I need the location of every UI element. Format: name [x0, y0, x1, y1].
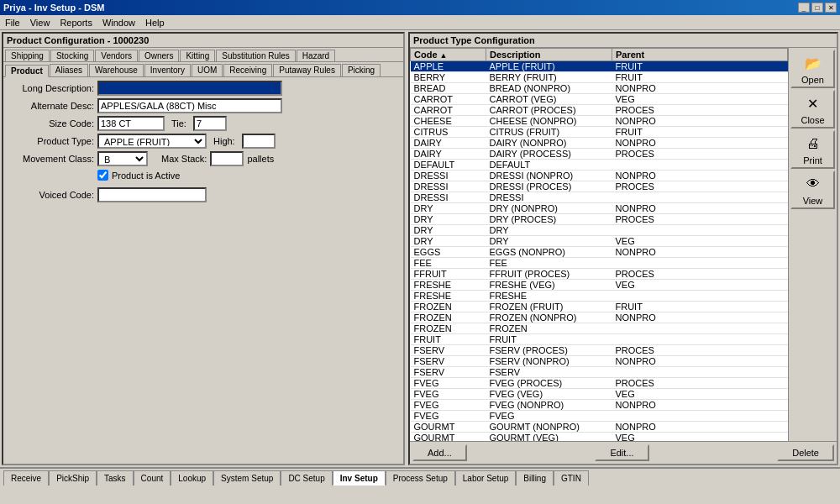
table-row[interactable]: CARROT CARROT (PROCES) PROCES: [411, 105, 788, 116]
cell-parent: [612, 192, 788, 203]
table-row[interactable]: FVEG FVEG: [411, 411, 788, 422]
table-row[interactable]: FROZEN FROZEN (NONPRO) NONPRO: [411, 312, 788, 323]
table-row[interactable]: FVEG FVEG (NONPRO) NONPRO: [411, 400, 788, 411]
table-row[interactable]: BERRY BERRY (FRUIT) FRUIT: [411, 72, 788, 83]
size-code-input[interactable]: [97, 116, 165, 131]
table-row[interactable]: FFRUIT FFRUIT (PROCES) PROCES: [411, 269, 788, 280]
tab-product[interactable]: Product: [5, 65, 49, 77]
edit-button[interactable]: Edit...: [595, 444, 648, 461]
tab-warehouse[interactable]: Warehouse: [89, 64, 144, 76]
tab-picking[interactable]: Picking: [342, 64, 381, 76]
tie-input[interactable]: [193, 116, 227, 131]
cell-parent: [612, 411, 788, 422]
table-row[interactable]: DRESSI DRESSI: [411, 192, 788, 203]
table-row[interactable]: DRY DRY: [411, 225, 788, 236]
table-row[interactable]: FVEG FVEG (PROCES) PROCES: [411, 378, 788, 389]
cell-code: EGGS: [411, 247, 486, 258]
menu-help[interactable]: Help: [144, 18, 166, 28]
table-row[interactable]: FSERV FSERV (NONPRO) NONPRO: [411, 356, 788, 367]
product-type-select[interactable]: APPLE (FRUIT): [97, 134, 207, 149]
bottom-tab-billing[interactable]: Billing: [516, 470, 554, 486]
tab-receiving[interactable]: Receiving: [223, 64, 272, 76]
movement-class-select[interactable]: B: [97, 151, 148, 166]
table-row[interactable]: FSERV FSERV: [411, 367, 788, 378]
product-active-checkbox[interactable]: [97, 170, 108, 181]
tab-hazard[interactable]: Hazard: [297, 50, 335, 61]
tab-vendors[interactable]: Vendors: [95, 50, 138, 61]
tab-substitution-rules[interactable]: Substitution Rules: [216, 50, 296, 61]
table-row[interactable]: DRY DRY VEG: [411, 236, 788, 247]
max-stack-input[interactable]: [210, 151, 244, 166]
cell-parent: FRUIT: [612, 127, 788, 138]
table-row[interactable]: DRY DRY (PROCES) PROCES: [411, 214, 788, 225]
open-button[interactable]: 📂 Open: [790, 50, 835, 88]
bottom-tab-labor-setup[interactable]: Labor Setup: [455, 470, 517, 486]
cell-description: DAIRY (NONPRO): [486, 138, 612, 149]
cell-description: BERRY (FRUIT): [486, 72, 612, 83]
tab-aliases[interactable]: Aliases: [50, 64, 88, 76]
tab-kitting[interactable]: Kitting: [180, 50, 215, 61]
table-row[interactable]: CARROT CARROT (VEG) VEG: [411, 94, 788, 105]
table-row[interactable]: FRESHE FRESHE (VEG) VEG: [411, 280, 788, 291]
table-row[interactable]: CHEESE CHEESE (NONPRO) NONPRO: [411, 116, 788, 127]
table-row[interactable]: DRESSI DRESSI (PROCES) PROCES: [411, 181, 788, 192]
bottom-tab-inv-setup[interactable]: Inv Setup: [333, 470, 386, 486]
table-row[interactable]: DEFAULT DEFAULT: [411, 160, 788, 171]
menu-file[interactable]: File: [3, 18, 22, 28]
tab-uom[interactable]: UOM: [192, 64, 223, 76]
print-button[interactable]: 🖨 Print: [790, 130, 835, 169]
tab-owners[interactable]: Owners: [139, 50, 179, 61]
bottom-tab-dc-setup[interactable]: DC Setup: [281, 470, 332, 486]
table-row[interactable]: FEE FEE: [411, 258, 788, 269]
window-controls[interactable]: _ □ ✕: [798, 3, 837, 13]
maximize-button[interactable]: □: [811, 3, 823, 13]
tab-putaway-rules[interactable]: Putaway Rules: [273, 64, 341, 76]
table-row[interactable]: BREAD BREAD (NONPRO) NONPRO: [411, 83, 788, 94]
cell-code: CARROT: [411, 94, 486, 105]
table-row[interactable]: CITRUS CITRUS (FRUIT) FRUIT: [411, 127, 788, 138]
alternate-desc-label: Alternate Desc:: [10, 101, 94, 111]
menu-reports[interactable]: Reports: [58, 18, 94, 28]
table-row[interactable]: FRESHE FRESHE: [411, 291, 788, 302]
product-type-table[interactable]: Code ▲ Description Parent APPLE APPLE (F…: [410, 48, 788, 441]
bottom-tab-pickship[interactable]: PickShip: [49, 470, 97, 486]
table-row[interactable]: DRESSI DRESSI (NONPRO) NONPRO: [411, 171, 788, 181]
table-row[interactable]: FROZEN FROZEN: [411, 323, 788, 334]
minimize-button[interactable]: _: [798, 3, 810, 13]
table-row[interactable]: DAIRY DAIRY (NONPRO) NONPRO: [411, 138, 788, 149]
menu-window[interactable]: Window: [101, 18, 137, 28]
tab-bar-row2: Product Aliases Warehouse Inventory UOM …: [3, 62, 403, 77]
table-row[interactable]: FROZEN FROZEN (FRUIT) FRUIT: [411, 302, 788, 312]
alternate-desc-input[interactable]: [97, 98, 282, 113]
table-row[interactable]: FVEG FVEG (VEG) VEG: [411, 389, 788, 400]
table-row[interactable]: GOURMT GOURMT (VEG) VEG: [411, 433, 788, 442]
table-row[interactable]: FRUIT FRUIT: [411, 334, 788, 345]
high-input[interactable]: [242, 134, 276, 149]
table-row[interactable]: APPLE APPLE (FRUIT) FRUIT: [411, 61, 788, 72]
bottom-tab-system-setup[interactable]: System Setup: [213, 470, 281, 486]
tab-inventory[interactable]: Inventory: [144, 64, 191, 76]
delete-button[interactable]: Delete: [777, 444, 834, 461]
bottom-tab-receive[interactable]: Receive: [3, 470, 49, 486]
tab-stocking[interactable]: Stocking: [50, 50, 94, 61]
tab-shipping[interactable]: Shipping: [5, 50, 50, 61]
menu-view[interactable]: View: [29, 18, 52, 28]
table-row[interactable]: DAIRY DAIRY (PROCESS) PROCES: [411, 149, 788, 160]
voiced-code-input[interactable]: [97, 187, 207, 202]
table-row[interactable]: DRY DRY (NONPRO) NONPRO: [411, 203, 788, 214]
view-button[interactable]: 👁 View: [790, 171, 835, 209]
table-row[interactable]: EGGS EGGS (NONPRO) NONPRO: [411, 247, 788, 258]
bottom-tab-gtin[interactable]: GTIN: [554, 470, 589, 486]
add-button[interactable]: Add...: [412, 444, 467, 461]
close-button[interactable]: ✕ Close: [790, 90, 835, 129]
long-desc-input[interactable]: [97, 81, 282, 96]
table-row[interactable]: GOURMT GOURMT (NONPRO) NONPRO: [411, 422, 788, 433]
cell-description: DRY: [486, 225, 612, 236]
bottom-tab-lookup[interactable]: Lookup: [171, 470, 213, 486]
bottom-tab-tasks[interactable]: Tasks: [97, 470, 134, 486]
cell-parent: NONPRO: [612, 83, 788, 94]
close-button[interactable]: ✕: [825, 3, 837, 13]
bottom-tab-count[interactable]: Count: [134, 470, 171, 486]
bottom-tab-process-setup[interactable]: Process Setup: [386, 470, 455, 486]
table-row[interactable]: FSERV FSERV (PROCES) PROCES: [411, 345, 788, 356]
